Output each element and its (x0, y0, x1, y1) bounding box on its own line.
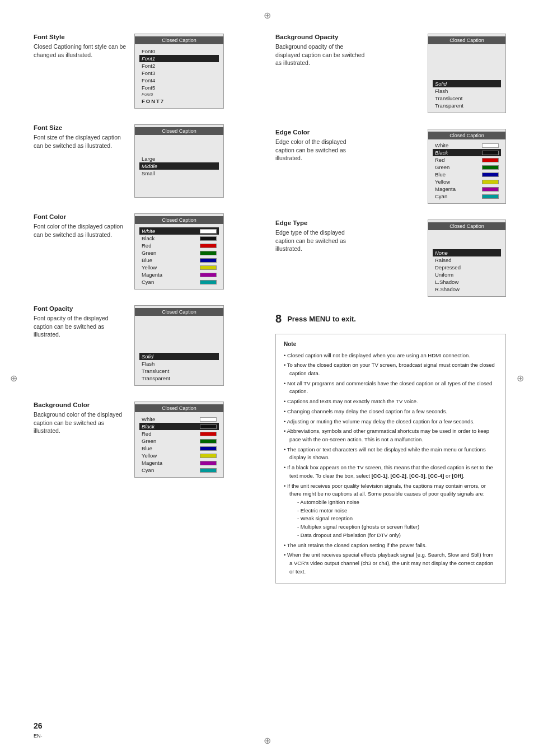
list-item: Large (139, 155, 219, 162)
list-item: Red (433, 156, 501, 164)
list-item: Translucent (433, 95, 501, 102)
background-color-text: Background Color Background color of the… (34, 402, 129, 440)
list-item: White (433, 142, 501, 149)
color-swatch (200, 229, 217, 234)
font-opacity-items: Solid Flash Translucent Transparent (135, 318, 223, 383)
list-item: Translucent (139, 367, 219, 375)
edge-type-section: Edge Type Edge type of the displayed cap… (275, 220, 506, 297)
list-item: Magenta (139, 459, 219, 466)
spacer (139, 319, 219, 353)
note-sub-item: Automobile ignition noise (297, 498, 498, 507)
color-swatch (482, 194, 499, 199)
note-item: Not all TV programs and commercials have… (284, 380, 498, 396)
list-item: Black (433, 149, 501, 156)
color-label: Yellow (142, 264, 157, 270)
note-sub-item: Data dropout and Pixelation (for DTV onl… (297, 531, 498, 540)
list-item: Black (139, 423, 219, 430)
color-swatch (482, 180, 499, 184)
font-size-cc-title: Closed Caption (135, 127, 223, 135)
note-title: Note (284, 340, 498, 349)
list-item: Depressed (433, 264, 501, 271)
font-color-section: Font Color Font color of the displayed c… (34, 213, 259, 290)
font-color-title: Font Color (34, 213, 129, 220)
edge-type-cc-box: Closed Caption None Raised Depressed Uni… (428, 220, 506, 297)
background-opacity-desc: Background opacity of the displayed capt… (275, 43, 365, 67)
color-swatch (482, 187, 499, 192)
step8-area: 8 Press MENU to exit. Note Closed captio… (275, 312, 506, 584)
color-label: Black (142, 235, 154, 241)
list-item: Cyan (139, 466, 219, 474)
font-opacity-section: Font Opacity Font opacity of the display… (34, 305, 259, 386)
list-item: Yellow (139, 264, 219, 271)
font-size-visual: Closed Caption Large Middle Small (129, 124, 259, 198)
note-item: The caption or text characters will not … (284, 446, 498, 462)
color-label: Green (435, 164, 449, 170)
list-item: Solid (139, 353, 219, 360)
font-opacity-title: Font Opacity (34, 305, 129, 312)
list-item: White (139, 416, 219, 423)
font-style-cc-box: Closed Caption Font0 Font1 Font2 Font3 F… (134, 34, 224, 109)
note-item: Abbreviations, symbols and other grammat… (284, 427, 498, 444)
list-item: Font4 (139, 77, 219, 84)
color-swatch (200, 265, 217, 270)
edge-color-cc-box: Closed Caption White Black Red (428, 129, 506, 204)
color-label: Blue (435, 171, 446, 178)
color-swatch (200, 417, 217, 422)
color-swatch (482, 165, 499, 170)
list-item: Red (139, 430, 219, 437)
color-label: Yellow (435, 179, 450, 185)
spacer (139, 177, 219, 194)
color-swatch (200, 244, 217, 248)
edge-color-text: Edge Color Edge color of the displayed c… (275, 129, 365, 167)
spacer (139, 138, 219, 155)
edge-type-desc: Edge type of the displayed caption can b… (275, 228, 365, 253)
font-size-text: Font Size Font size of the displayed cap… (34, 124, 129, 154)
background-opacity-cc-title: Closed Caption (428, 36, 505, 44)
color-swatch (200, 236, 217, 241)
compass-right-icon: ⊕ (517, 373, 524, 384)
color-swatch (482, 158, 499, 162)
compass-top-icon: ⊕ (264, 10, 271, 21)
edge-type-cc-title: Closed Caption (428, 222, 505, 230)
font-size-cc-box: Closed Caption Large Middle Small (134, 124, 224, 198)
edge-color-title: Edge Color (275, 129, 365, 136)
list-item: Uniform (433, 271, 501, 278)
color-label: Magenta (435, 186, 456, 192)
color-label: Green (142, 438, 156, 444)
note-item: If the unit receives poor quality televi… (284, 482, 498, 540)
color-label: Magenta (142, 460, 162, 466)
list-item: Transparent (139, 375, 219, 382)
color-label: Red (435, 157, 444, 163)
background-color-title: Background Color (34, 402, 129, 408)
list-item: Font0 (139, 48, 219, 55)
font-opacity-text: Font Opacity Font opacity of the display… (34, 305, 129, 343)
color-label: White (142, 416, 155, 422)
list-item: Cyan (433, 193, 501, 200)
left-column: Font Style Closed Captioning font style … (34, 34, 270, 584)
list-item: R.Shadow (433, 286, 501, 293)
background-color-cc-box: Closed Caption White Black Red (134, 402, 224, 478)
edge-type-title: Edge Type (275, 220, 365, 226)
font-opacity-visual: Closed Caption Solid Flash Translucent T… (129, 305, 259, 386)
color-label: White (435, 142, 448, 148)
page: ⊕ ⊕ ⊕ Font Style Closed Captioning font … (0, 0, 534, 756)
list-item: Yellow (433, 178, 501, 185)
color-label: Green (142, 250, 156, 256)
edge-color-visual: Closed Caption White Black Red (365, 129, 506, 204)
font-size-title: Font Size (34, 124, 129, 131)
background-color-desc: Background color of the displayed captio… (34, 410, 129, 435)
color-swatch (200, 280, 217, 284)
background-opacity-cc-box: Closed Caption Solid Flash Translucent T… (428, 34, 506, 113)
list-item: Font2 (139, 62, 219, 69)
edge-color-section: Edge Color Edge color of the displayed c… (275, 129, 506, 204)
spacer (433, 46, 501, 80)
color-swatch (200, 461, 217, 465)
color-label: Yellow (142, 452, 157, 459)
list-item: None (433, 249, 501, 256)
list-item: Transparent (433, 102, 501, 109)
font-opacity-desc: Font opacity of the displayed caption ca… (34, 314, 129, 339)
edge-color-items: White Black Red (428, 141, 505, 201)
background-color-section: Background Color Background color of the… (34, 402, 259, 478)
background-color-visual: Closed Caption White Black Red (129, 402, 259, 478)
font-size-section: Font Size Font size of the displayed cap… (34, 124, 259, 198)
